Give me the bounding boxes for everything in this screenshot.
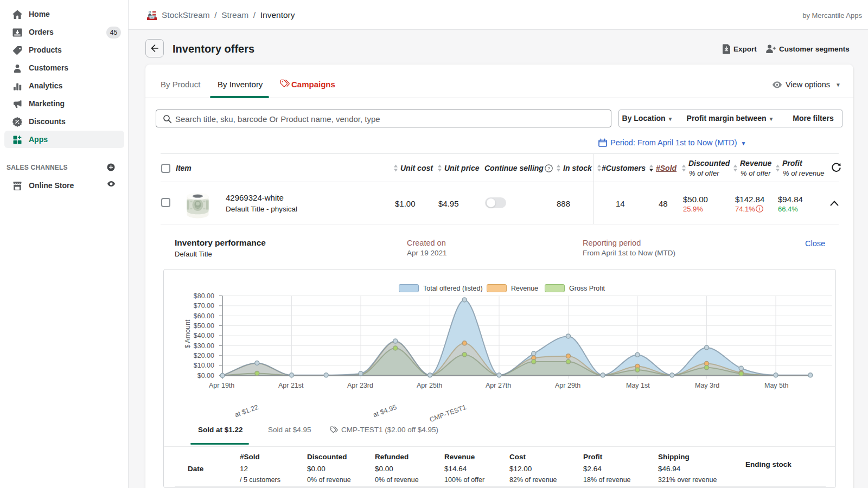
svg-text:?: ? [547,166,550,171]
